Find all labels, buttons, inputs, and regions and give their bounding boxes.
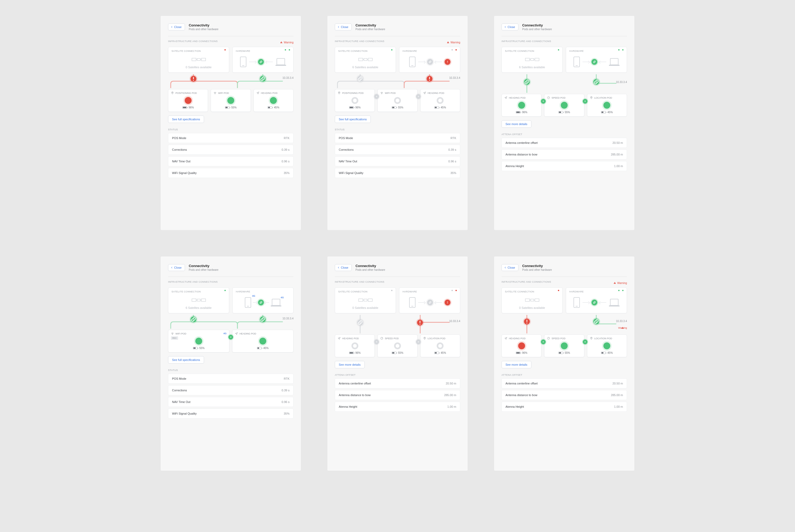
antenna-row: Antenna centerline offset20.50 m [502, 378, 627, 388]
laptop-icon [609, 58, 619, 66]
warning-badge: Warning [280, 41, 293, 44]
close-button[interactable]: Close [168, 264, 185, 271]
phone-icon [574, 297, 580, 308]
speed-pod: SPEED POD 55% [544, 335, 584, 357]
satellite-count: 0 Satelites available [353, 306, 378, 309]
wifi-pod: WIFI POD 55% [377, 89, 417, 112]
connectivity-panel: Close Connectivity Pods and other hardwa… [494, 16, 634, 230]
nav-icon [338, 337, 341, 340]
ip-address: 10.33.3.4 [283, 76, 293, 79]
battery-icon [257, 347, 262, 349]
pod-connector [374, 94, 379, 99]
bridge-node-error [191, 76, 196, 82]
laptop-icon [272, 299, 280, 306]
pod-status-empty [394, 342, 401, 349]
close-button[interactable]: Close [335, 23, 352, 31]
status-row: NAV Time Out0.96 s [168, 397, 293, 407]
page-title: Connectivity [189, 23, 218, 27]
ip-address: 10.33.3.4 [616, 81, 627, 83]
close-button[interactable]: Close [502, 264, 519, 271]
satellite-card: SATELITE CONNECTION 6 Satelites availabl… [502, 47, 563, 73]
status-dot-grey [391, 290, 393, 291]
pod-status-empty [437, 342, 444, 349]
close-button[interactable]: Close [335, 264, 352, 271]
battery-icon [225, 106, 230, 109]
antenna-label: ATTENA OFFSET [502, 374, 627, 376]
heading-pod: HEADING POD 96% [502, 335, 541, 357]
svg-rect-23 [201, 299, 206, 301]
chevron-left-icon [170, 26, 173, 28]
status-dot-green [285, 49, 286, 51]
battery-icon [349, 106, 354, 109]
pod-connector [583, 99, 588, 103]
status-row: POS ModeRTK [168, 374, 293, 384]
page-subtitle: Pods and other hardware [356, 28, 385, 31]
chevron-left-icon [337, 266, 340, 269]
see-details-button[interactable]: See more details [502, 120, 531, 128]
satellite-card: SATELITE CONNECTION 6 Satelites availabl… [168, 287, 229, 313]
warning-icon [280, 41, 283, 44]
ip-address: 10.33.3.4 [449, 76, 460, 79]
bridge-node-ok [191, 317, 196, 322]
positioning-pod: POSITIONING POD 96% [335, 89, 375, 112]
battery-icon [268, 106, 272, 109]
connection-bridge: 10.33.3.4 [168, 315, 293, 329]
bridge-node-grey [357, 76, 363, 82]
error-node [445, 300, 450, 305]
pod-status-green [561, 342, 568, 349]
satellite-count: 6 Satelites available [353, 65, 378, 69]
connectivity-panel: Close Connectivity Pods and other hardwa… [161, 16, 301, 230]
link-node [427, 59, 433, 65]
inline-warning: Warning [618, 326, 627, 329]
4g-badge: 4G [281, 296, 284, 299]
infra-label: INFRASTRUCTURE AND CONNECTIONS [168, 40, 218, 42]
see-specs-button[interactable]: See full specifications [168, 116, 204, 123]
status-dot-green [391, 49, 393, 51]
page-subtitle: Pods and other hardware [522, 28, 552, 31]
antenna-row: Atenna Height1.00 m [335, 402, 460, 412]
connectivity-panel: Close Connectivity Pods and other hardwa… [494, 256, 634, 471]
status-row: POS ModeRTK [168, 133, 293, 143]
bridge-node-error [524, 319, 530, 324]
connectivity-panel: Close Connectivity Pods and other hardwa… [327, 16, 468, 230]
speed-pod: SPEED POD 55% [377, 335, 417, 357]
laptop-icon [609, 299, 619, 306]
link-node [258, 59, 264, 65]
location-pod: LOCATION POD 45% [587, 335, 627, 357]
chevron-left-icon [504, 26, 507, 28]
status-dot-green [618, 49, 619, 51]
status-dot-red [455, 290, 457, 291]
antenna-row: Antenna distance to bow285.00 m [502, 390, 627, 400]
error-node [445, 59, 450, 65]
chevron-left-icon [170, 266, 173, 269]
battery-icon [434, 106, 439, 109]
pod-connector [541, 340, 546, 344]
pin-icon [590, 337, 593, 340]
svg-rect-27 [359, 299, 363, 301]
see-specs-button[interactable]: See full specifications [168, 356, 204, 364]
see-details-button[interactable]: See more details [502, 361, 531, 368]
bridge-node-ok [593, 79, 599, 85]
svg-rect-9 [197, 58, 200, 60]
pod-status-green [227, 97, 234, 104]
ip-address: 10.33.3.4 [283, 317, 293, 320]
page-title: Connectivity [356, 23, 385, 27]
warning-icon [447, 41, 449, 44]
nav-icon [504, 337, 507, 340]
close-button[interactable]: Close [168, 23, 185, 31]
close-button[interactable]: Close [502, 23, 519, 31]
hardware-card: HARDWARE 4G 4G [232, 287, 293, 313]
hardware-card: HARDWARE [566, 287, 627, 313]
rec-badge: REC [171, 336, 178, 340]
antenna-label: ATTENA OFFSET [502, 133, 627, 136]
antenna-label: ATTENA OFFSET [335, 374, 460, 376]
pod-connector [583, 340, 588, 344]
status-dot-red [224, 49, 226, 51]
svg-rect-29 [364, 299, 367, 301]
svg-rect-33 [535, 299, 539, 301]
see-specs-button[interactable]: See full specifications [335, 116, 371, 123]
pod-status-green [270, 97, 277, 104]
see-details-button[interactable]: See more details [335, 361, 365, 368]
status-dot-green [618, 290, 619, 291]
satellite-count: 6 Satelites available [186, 306, 212, 309]
